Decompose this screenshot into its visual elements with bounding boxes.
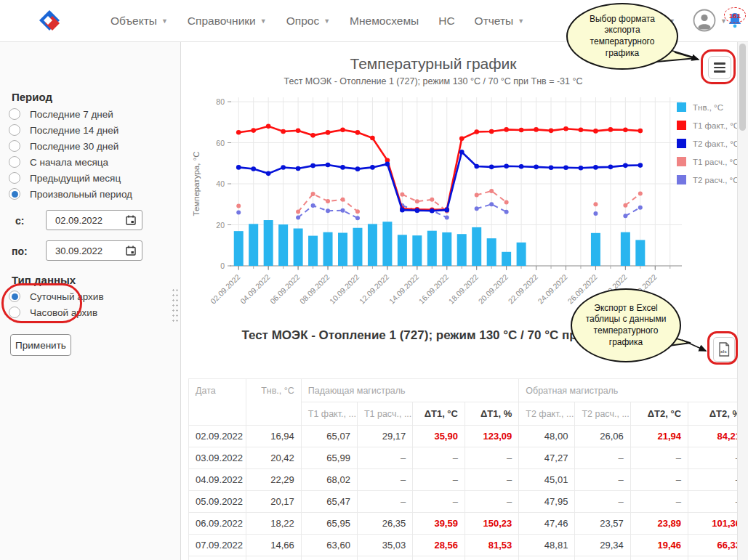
data-point	[623, 163, 628, 169]
user-avatar[interactable]	[693, 9, 716, 32]
y-axis-tick: 40	[216, 179, 225, 188]
nav-item-5[interactable]: Отчеты▼	[475, 15, 525, 28]
data-point	[579, 166, 584, 171]
nav-item-2[interactable]: Опрос▼	[286, 15, 330, 28]
legend-swatch	[677, 175, 686, 184]
x-axis-tick: 12.09.2022	[358, 272, 391, 306]
col-header-6: Т2 факт., ...	[519, 402, 575, 426]
calendar-icon[interactable]	[126, 245, 136, 256]
data-point	[400, 208, 405, 213]
data-point	[236, 204, 241, 208]
data-point	[236, 210, 241, 214]
data-point	[623, 214, 627, 218]
radio-option[interactable]: Суточный архив	[9, 288, 104, 304]
series-line	[625, 194, 640, 206]
data-point	[355, 166, 361, 171]
radio-option[interactable]: Последние 7 дней	[9, 106, 132, 122]
data-point	[593, 165, 598, 170]
radio-icon	[9, 124, 20, 136]
date-to-value: 30.09.2022	[55, 245, 102, 256]
y-axis-tick: 60	[216, 139, 225, 147]
nav-item-1[interactable]: Справочники▼	[188, 15, 267, 28]
chevron-down-icon: ▼	[260, 17, 267, 25]
bar-tnv	[412, 235, 422, 266]
radio-option[interactable]: Предыдущий месяц	[9, 170, 132, 186]
chevron-down-icon: ▼	[323, 17, 330, 25]
nav-item-label: Справочники	[188, 15, 256, 28]
cell-value: 65,95	[301, 513, 357, 535]
data-point	[459, 137, 465, 142]
excel-export-button[interactable]: xls	[713, 337, 735, 362]
cell-value: –	[413, 491, 465, 513]
cell-date: 04.09.2022	[189, 469, 246, 491]
cell-value: 21,94	[630, 426, 688, 447]
nav-item-4[interactable]: НС	[438, 15, 454, 28]
date-to-input[interactable]: 30.09.2022	[46, 240, 142, 261]
radio-option[interactable]: Последние 14 дней	[9, 122, 132, 138]
scrollbar-thumb[interactable]	[739, 44, 746, 131]
data-point	[326, 130, 331, 135]
x-axis-tick: 04.09.2022	[238, 272, 272, 306]
data-point	[638, 163, 643, 168]
cell-value: –	[465, 447, 518, 469]
radio-selected-icon	[9, 291, 20, 302]
x-axis-tick: 08.09.2022	[298, 272, 331, 306]
data-point	[415, 208, 420, 213]
bar-tnv	[368, 224, 377, 266]
col-group-supply: Падающая магистраль	[301, 379, 519, 402]
radio-option[interactable]: С начала месяца	[9, 154, 132, 170]
nav-item-3[interactable]: Мнемосхемы	[350, 15, 419, 28]
cell-value: 48,81	[519, 535, 575, 556]
data-point	[296, 128, 301, 133]
data-point	[623, 203, 627, 208]
series-line	[625, 208, 640, 216]
x-axis-tick: 22.09.2022	[506, 272, 539, 306]
col-header-3: Т1 расч., ...	[357, 402, 412, 426]
calendar-icon[interactable]	[126, 215, 136, 225]
legend-label: Т2 расч., °C	[693, 176, 739, 184]
col-header-4: ΔТ1, °C	[413, 402, 465, 426]
col-header-tnv: Тнв., °C	[246, 379, 301, 426]
bar-tnv	[234, 231, 244, 266]
col-header-8: ΔТ2, °C	[630, 402, 688, 426]
bar-tnv	[517, 243, 526, 266]
series-line	[238, 152, 640, 211]
cell-value: 26,35	[357, 513, 412, 535]
data-point	[593, 129, 598, 134]
chevron-down-icon: ▼	[161, 17, 168, 25]
bar-tnv	[353, 228, 362, 266]
table-row: 05.09.202220,1765,47–––47,95–––	[189, 491, 748, 513]
chart-export-menu-button[interactable]	[708, 56, 731, 79]
y-axis-tick: 20	[216, 221, 225, 230]
date-from-value: 02.09.2022	[55, 215, 102, 226]
radio-label: С начала месяца	[30, 157, 108, 168]
x-axis-tick: 20.09.2022	[476, 272, 510, 306]
radio-option[interactable]: Произвольный период	[9, 186, 132, 202]
col-header-5: ΔТ1, %	[465, 402, 518, 426]
data-point	[355, 216, 360, 220]
bar-tnv	[338, 233, 347, 266]
radio-option[interactable]: Последние 30 дней	[9, 138, 132, 154]
data-point	[534, 165, 539, 170]
apply-button[interactable]: Применить	[10, 334, 71, 356]
radio-option[interactable]: Часовой архив	[9, 304, 104, 320]
data-point	[489, 165, 494, 170]
data-point	[430, 208, 435, 214]
page-scrollbar[interactable]	[737, 41, 748, 560]
nav-item-0[interactable]: Объекты▼	[110, 15, 168, 28]
date-to-label: по:	[12, 245, 28, 257]
temperature-data-table: ДатаТнв., °CПадающая магистральОбратная …	[188, 378, 748, 560]
bar-tnv	[278, 224, 288, 266]
sidebar-resize-handle[interactable]	[172, 288, 179, 324]
legend-label: Т1 расч., °C	[693, 158, 739, 166]
data-point	[504, 210, 509, 214]
cell-value: –	[630, 447, 688, 469]
cell-value: 23,57	[575, 513, 630, 535]
date-from-input[interactable]: 02.09.2022	[46, 210, 142, 230]
cell-value: –	[575, 469, 630, 491]
table-row: 02.09.202216,9465,0729,1735,90123,0948,0…	[189, 426, 748, 447]
cell-value: –	[630, 491, 688, 513]
radio-icon	[9, 140, 20, 152]
bar-tnv	[487, 238, 496, 266]
bar-tnv	[249, 224, 258, 266]
